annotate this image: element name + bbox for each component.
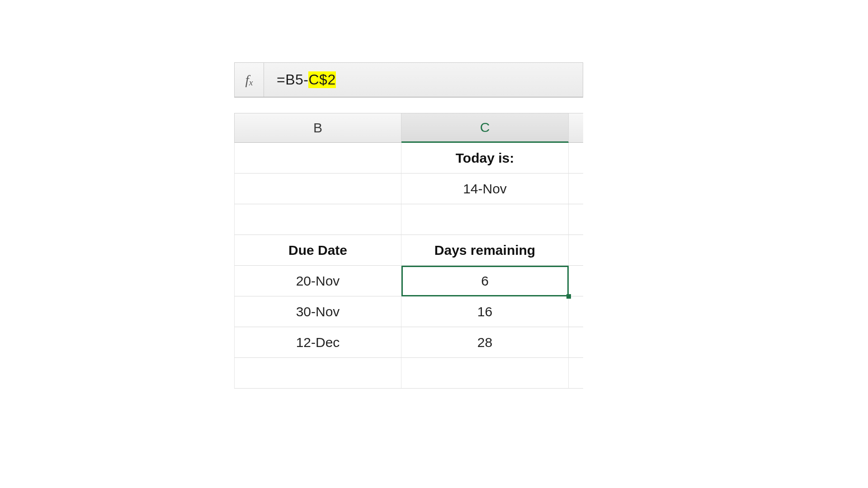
fill-handle[interactable] (566, 294, 571, 299)
column-header-C[interactable]: C (401, 113, 569, 143)
column-header-stub (569, 113, 583, 143)
cell-stub-1 (569, 143, 583, 174)
cell-B6-value: 30-Nov (296, 304, 340, 319)
column-header-B-label: B (313, 120, 322, 136)
cell-C5[interactable]: 6 (401, 266, 569, 296)
cell-C3[interactable] (401, 204, 569, 235)
cell-stub-6 (569, 296, 583, 327)
cell-stub-2 (569, 174, 583, 204)
cell-C2-value: 14-Nov (463, 181, 507, 197)
cell-B4-value: Due Date (288, 243, 347, 258)
cell-C7-value: 28 (477, 335, 492, 350)
cell-B1[interactable] (234, 143, 401, 174)
cell-stub-3 (569, 204, 583, 235)
cell-stub-8 (569, 358, 583, 389)
column-header-C-label: C (480, 120, 490, 135)
formula-prefix: =B5- (277, 71, 308, 88)
formula-bar: fx =B5-C$2 (234, 62, 583, 98)
cell-B5-value: 20-Nov (296, 273, 340, 289)
fx-label-sub: x (249, 78, 253, 88)
cell-B7-value: 12-Dec (296, 335, 340, 350)
grid: Today is: 14-Nov Due Date Days remaining… (234, 143, 583, 389)
cell-C7[interactable]: 28 (401, 327, 569, 358)
cell-C6-value: 16 (477, 304, 492, 319)
cell-C8[interactable] (401, 358, 569, 389)
cell-B8[interactable] (234, 358, 401, 389)
cell-B3[interactable] (234, 204, 401, 235)
cell-B6[interactable]: 30-Nov (234, 296, 401, 327)
spreadsheet-fragment: fx =B5-C$2 B C Today is: 14-Nov Due Date… (234, 62, 583, 389)
cell-B4[interactable]: Due Date (234, 235, 401, 266)
cell-B7[interactable]: 12-Dec (234, 327, 401, 358)
formula-highlight: C$2 (308, 71, 335, 88)
cell-B2[interactable] (234, 174, 401, 204)
cell-B5[interactable]: 20-Nov (234, 266, 401, 296)
fx-label-main: f (245, 72, 249, 88)
cell-C5-value: 6 (481, 273, 489, 289)
formula-input[interactable]: =B5-C$2 (264, 63, 583, 97)
cell-C1-value: Today is: (456, 150, 514, 166)
cell-stub-5 (569, 266, 583, 296)
cell-stub-7 (569, 327, 583, 358)
cell-C2[interactable]: 14-Nov (401, 174, 569, 204)
cell-C1[interactable]: Today is: (401, 143, 569, 174)
cell-C4-value: Days remaining (434, 243, 535, 258)
cell-C6[interactable]: 16 (401, 296, 569, 327)
fx-icon[interactable]: fx (235, 63, 264, 97)
spacer (234, 98, 583, 113)
column-header-row: B C (234, 113, 583, 143)
cell-stub-4 (569, 235, 583, 266)
column-header-B[interactable]: B (234, 113, 401, 143)
cell-C4[interactable]: Days remaining (401, 235, 569, 266)
